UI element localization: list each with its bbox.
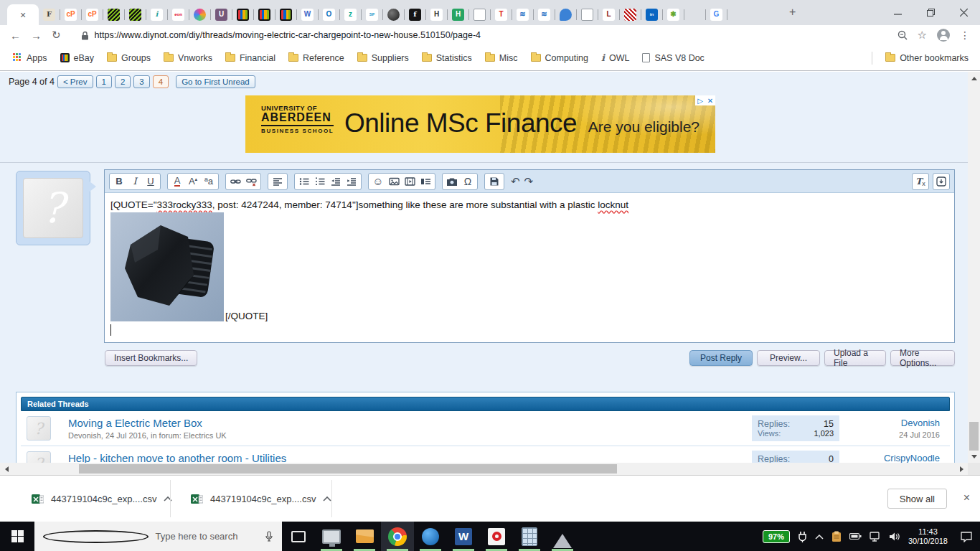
related-thread-row[interactable]: ? Moving a Electric Meter Box Devonish, …: [21, 411, 950, 446]
chevron-up-icon[interactable]: [164, 496, 172, 501]
scroll-right-arrow[interactable]: [956, 463, 968, 475]
window-maximize-button[interactable]: [914, 0, 947, 25]
bold-button[interactable]: B: [111, 174, 127, 189]
insert-media-icon[interactable]: [402, 174, 418, 189]
url-text[interactable]: https://www.diynot.com/diy/threads/movin…: [95, 30, 481, 40]
tab-favicon-color-wheel[interactable]: [194, 9, 206, 21]
active-tab[interactable]: ×: [7, 4, 39, 25]
taskbar-app-acrobat[interactable]: [480, 522, 513, 551]
font-size-button[interactable]: A▴: [185, 174, 201, 189]
tab-favicon-blank[interactable]: [689, 9, 701, 21]
undo-icon[interactable]: ↶: [511, 175, 520, 188]
tab-favicon-l-dark-red[interactable]: L: [603, 9, 615, 21]
taskbar-app-vpn[interactable]: [546, 522, 579, 551]
page-4-button[interactable]: 4: [153, 75, 169, 88]
indent-icon[interactable]: [344, 174, 359, 189]
insert-image-icon[interactable]: [386, 174, 402, 189]
tab-favicon-shopping-bag[interactable]: [280, 9, 292, 21]
numbered-list-icon[interactable]: [312, 174, 328, 189]
bullet-list-icon[interactable]: [296, 174, 312, 189]
tab-favicon-serif-f[interactable]: F: [43, 9, 55, 21]
upload-file-button[interactable]: Upload a File: [824, 350, 886, 366]
thread-title-link[interactable]: Moving a Electric Meter Box: [68, 417, 752, 429]
bookmark-item-suppliers[interactable]: Suppliers: [357, 53, 409, 63]
back-button[interactable]: ←: [10, 29, 21, 42]
reply-editor[interactable]: B I U A A▴ ªa: [104, 169, 955, 343]
action-center-icon[interactable]: [960, 531, 973, 542]
special-chars-icon[interactable]: Ω: [460, 174, 476, 189]
tray-chevron-icon[interactable]: [815, 534, 824, 540]
forward-button[interactable]: →: [31, 29, 42, 42]
horizontal-scrollbar[interactable]: [0, 463, 968, 475]
bookmark-item-ebay[interactable]: eBay: [60, 53, 95, 63]
adchoices-icon[interactable]: ▷: [695, 95, 705, 105]
thread-user-link[interactable]: Devonish: [839, 418, 940, 428]
bookmark-item-computing[interactable]: Computing: [531, 53, 588, 63]
bookmark-item-statistics[interactable]: Statistics: [422, 53, 472, 63]
tab-favicon-eon[interactable]: eon: [172, 9, 184, 21]
clipboard-tray-icon[interactable]: [831, 531, 842, 542]
ad-close-icon[interactable]: ✕: [705, 95, 715, 105]
gallery-camera-icon[interactable]: [444, 174, 460, 189]
bookmark-item-reference[interactable]: Reference: [288, 53, 344, 63]
taskbar-app-thunderbird[interactable]: [414, 522, 447, 551]
smilies-icon[interactable]: ☺: [370, 174, 386, 189]
battery-percentage-widget[interactable]: 97%: [763, 530, 790, 543]
scroll-down-arrow[interactable]: [968, 451, 980, 463]
tab-favicon-h-light[interactable]: H: [430, 9, 443, 21]
locknut-image[interactable]: [110, 212, 224, 321]
ad-banner[interactable]: UNIVERSITY OF ABERDEEN BUSINESS SCHOOL O…: [245, 95, 715, 153]
bookmark-item-apps[interactable]: Apps: [13, 53, 47, 63]
taskbar-app-calculator[interactable]: [513, 522, 546, 551]
tab-favicon-italic-i[interactable]: i: [151, 9, 163, 21]
tab-favicon-h-green[interactable]: H: [452, 9, 464, 21]
download-item[interactable]: 443719104c9c_exp....csv: [22, 486, 182, 512]
tab-favicon-green-gear[interactable]: ✱: [667, 9, 679, 21]
tab-favicon-cpanel[interactable]: cP: [65, 9, 77, 21]
italic-button[interactable]: I: [127, 174, 143, 189]
bookmark-item-groups[interactable]: Groups: [107, 53, 151, 63]
remove-formatting-button[interactable]: Tx: [912, 173, 929, 190]
bookmark-item-misc[interactable]: Misc: [485, 53, 518, 63]
chevron-up-icon[interactable]: [323, 496, 331, 501]
page-1-button[interactable]: 1: [96, 75, 112, 88]
page-3-button[interactable]: 3: [133, 75, 149, 88]
tab-favicon-outlook[interactable]: O: [323, 9, 335, 21]
editor-content[interactable]: [QUOTE="333rocky333, post: 4247244, memb…: [105, 193, 954, 342]
tab-favicon-green-stripes[interactable]: [129, 9, 141, 21]
other-bookmarks[interactable]: Other bookmarks: [885, 53, 969, 63]
tab-favicon-google-g[interactable]: G: [710, 9, 722, 21]
insert-bookmarks-button[interactable]: Insert Bookmarks...: [105, 350, 197, 366]
tab-favicon-blue-bubble[interactable]: [560, 9, 572, 21]
window-close-button[interactable]: [947, 0, 980, 25]
tab-favicon-shopping-bag[interactable]: [237, 9, 249, 21]
bookmark-item-owl[interactable]: iOWL: [601, 52, 629, 63]
underline-button[interactable]: U: [143, 174, 159, 189]
taskbar-clock[interactable]: 11:43 30/10/2018: [908, 527, 948, 546]
unlink-icon[interactable]: [243, 174, 259, 189]
bookmark-item-sas-v8-doc[interactable]: SAS V8 Doc: [642, 53, 704, 63]
tab-favicon-teal-z[interactable]: z: [344, 9, 357, 21]
zoom-indicator-icon[interactable]: [897, 30, 908, 40]
start-button[interactable]: [0, 522, 34, 551]
profile-avatar[interactable]: [937, 29, 950, 42]
insert-quote-icon[interactable]: [418, 174, 433, 189]
tab-favicon-wikipedia-w[interactable]: W: [301, 9, 314, 21]
tab-favicon-sf[interactable]: SF: [366, 9, 378, 21]
prev-page-button[interactable]: < Prev: [57, 75, 93, 88]
first-unread-button[interactable]: Go to First Unread: [176, 75, 255, 88]
bookmark-item-vnworks[interactable]: Vnworks: [164, 53, 212, 63]
show-all-downloads-button[interactable]: Show all: [887, 489, 947, 509]
tab-close-icon[interactable]: ×: [20, 9, 26, 21]
refresh-button[interactable]: ↻: [52, 29, 61, 42]
tab-favicon-doc-page[interactable]: [581, 9, 593, 21]
tab-favicon-shopping-bag[interactable]: [258, 9, 270, 21]
alignment-icon[interactable]: [270, 174, 286, 189]
outdent-icon[interactable]: [328, 174, 344, 189]
tab-favicon-blue-wave[interactable]: ≋: [538, 9, 550, 21]
tab-favicon-doc-page[interactable]: [473, 9, 486, 21]
font-family-button[interactable]: ªa: [201, 174, 217, 189]
redo-icon[interactable]: ↷: [524, 175, 534, 188]
bookmark-item-financial[interactable]: Financial: [225, 53, 275, 63]
tab-favicon-red-weave[interactable]: [624, 9, 636, 21]
